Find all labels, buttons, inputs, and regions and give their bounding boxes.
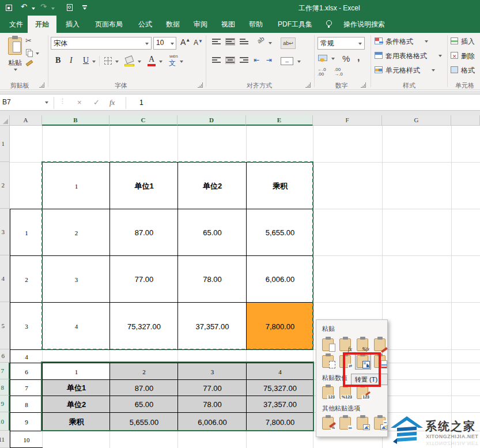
align-left-icon[interactable] [212, 57, 221, 63]
column-header-B[interactable]: B [42, 115, 109, 126]
cell-B9[interactable]: 单位2 [42, 396, 110, 413]
decrease-decimal-icon[interactable]: .00 →.0 [334, 67, 343, 77]
cell-C5[interactable]: 75,327.00 [109, 302, 178, 350]
row-header-7[interactable]: 7 [0, 363, 10, 379]
column-header-C[interactable]: C [109, 115, 177, 126]
percent-style-icon[interactable]: % [342, 54, 350, 63]
clipboard-dialog-launcher-icon[interactable] [39, 82, 44, 88]
cell-B4[interactable]: 3 [42, 255, 110, 303]
cell-C7[interactable]: 2 [109, 363, 178, 380]
cell-C8[interactable]: 87.00 [109, 379, 178, 396]
drag-dots-icon[interactable]: ⋮ [59, 97, 66, 105]
cell-D10[interactable]: 6,006.00 [177, 412, 247, 431]
tab-插入[interactable]: 插入 [61, 16, 84, 33]
cell-D7[interactable]: 3 [177, 363, 247, 380]
font-dialog-launcher-icon[interactable] [198, 82, 203, 88]
cell-A8[interactable]: 7 [10, 379, 43, 396]
number-dialog-launcher-icon[interactable] [361, 82, 366, 88]
enter-icon[interactable]: ✓ [93, 98, 100, 107]
undo-dropdown-icon[interactable] [32, 7, 35, 10]
tab-文件[interactable]: 文件 [5, 16, 28, 33]
cell-C3[interactable]: 87.00 [109, 209, 178, 256]
tab-PDF工具集[interactable]: PDF工具集 [271, 16, 319, 33]
accounting-dropdown-icon[interactable] [331, 58, 335, 60]
formula-bar-value[interactable]: 1 [139, 99, 143, 107]
decrease-font-icon[interactable]: A▼ [194, 39, 203, 47]
underline-dropdown-icon[interactable] [92, 61, 96, 63]
cell-E7[interactable]: 4 [246, 363, 313, 380]
row-header-10[interactable]: 10 [0, 412, 10, 431]
row-header-6[interactable]: 6 [0, 349, 10, 363]
tab-公式[interactable]: 公式 [134, 16, 157, 33]
bold-button[interactable]: B [55, 56, 61, 65]
align-right-icon[interactable] [240, 57, 248, 63]
undo-icon[interactable]: ↶ [21, 2, 27, 12]
tab-视图[interactable]: 视图 [217, 16, 240, 33]
increase-decimal-icon[interactable]: ←.0 .00 [318, 67, 326, 77]
keep-source-formatting-icon[interactable] [373, 337, 388, 352]
column-header-E[interactable]: E [246, 115, 313, 126]
paste-formulas-icon[interactable]: fx [338, 337, 353, 352]
row-header-3[interactable]: 3 [0, 209, 10, 255]
cancel-icon[interactable]: × [77, 98, 82, 107]
cell-E8[interactable]: 75,327.00 [246, 379, 313, 396]
cell-D9[interactable]: 78.00 [177, 396, 247, 413]
cell-A5[interactable]: 3 [10, 302, 43, 350]
row-header-5[interactable]: 5 [0, 302, 10, 349]
cell-B3[interactable]: 2 [42, 209, 110, 256]
cell-B2[interactable]: 1 [42, 162, 110, 209]
cell-C4[interactable]: 77.00 [109, 255, 178, 303]
row-header-2[interactable]: 2 [0, 162, 10, 209]
cut-icon[interactable]: ✂ [25, 36, 32, 45]
cell-A10[interactable]: 9 [10, 412, 43, 431]
row-header-4[interactable]: 4 [0, 255, 10, 302]
tab-数据[interactable]: 数据 [161, 16, 184, 33]
accounting-format-icon[interactable] [318, 55, 327, 61]
cell-A7[interactable]: 6 [10, 363, 43, 380]
insert-function-icon[interactable]: fx [109, 98, 115, 107]
customize-qat-icon[interactable] [82, 5, 87, 6]
cell-A4[interactable]: 2 [10, 255, 43, 303]
column-header-partial[interactable] [451, 115, 480, 126]
column-header-D[interactable]: D [177, 115, 246, 126]
print-preview-icon[interactable] [67, 4, 73, 11]
cell-A3[interactable]: 1 [10, 209, 43, 256]
values-numberformat-icon[interactable]: %123 [338, 385, 353, 400]
tab-帮助[interactable]: 帮助 [244, 16, 267, 33]
cell-D4[interactable]: 78.00 [177, 255, 247, 303]
row-header-11[interactable]: 11 [0, 431, 10, 448]
cell-E5[interactable]: 7,800.00 [246, 302, 313, 350]
paste-button[interactable]: 粘贴 [6, 36, 25, 74]
decrease-indent-icon[interactable]: ⇤ [254, 56, 259, 64]
row-header-9[interactable]: 9 [0, 396, 10, 412]
cell-C10[interactable]: 5,655.00 [109, 412, 178, 431]
cell-A9[interactable]: 8 [10, 396, 43, 413]
comma-style-icon[interactable]: , [357, 52, 360, 63]
copy-dropdown-icon[interactable] [36, 52, 39, 55]
font-name-combo[interactable]: 宋体 [51, 37, 152, 50]
cell-E2[interactable]: 乘积 [246, 162, 313, 209]
cell-D2[interactable]: 单位2 [177, 162, 247, 209]
cell-C9[interactable]: 65.00 [109, 396, 178, 413]
column-header-G[interactable]: G [382, 115, 451, 126]
cell-E3[interactable]: 5,655.00 [246, 209, 313, 256]
paste-no-borders-icon[interactable] [321, 353, 336, 369]
cell-D3[interactable]: 65.00 [177, 209, 247, 256]
fill-color-icon[interactable] [125, 55, 134, 64]
tab-操作说明搜索[interactable]: 操作说明搜索 [338, 16, 391, 33]
wrap-text-icon[interactable]: ab↩ [281, 37, 296, 49]
cell-E4[interactable]: 6,006.00 [246, 255, 313, 303]
select-all-corner[interactable] [0, 115, 10, 126]
cell-B5[interactable]: 4 [42, 302, 110, 350]
match-destination-formatting-icon[interactable] [373, 353, 388, 369]
values-source-formatting-icon[interactable]: 123 [356, 385, 371, 400]
merge-dropdown-icon[interactable] [297, 61, 301, 63]
keep-source-column-widths-icon[interactable]: ⇄ [338, 353, 353, 369]
name-box[interactable]: B7 [2, 98, 11, 106]
font-color-dropdown-icon[interactable] [159, 61, 162, 63]
tab-审阅[interactable]: 审阅 [189, 16, 212, 33]
borders-dropdown-icon[interactable] [115, 61, 119, 63]
cell-C2[interactable]: 单位1 [109, 162, 178, 209]
underline-button[interactable]: U [83, 56, 89, 65]
cell-A11[interactable]: 10 [10, 431, 43, 448]
